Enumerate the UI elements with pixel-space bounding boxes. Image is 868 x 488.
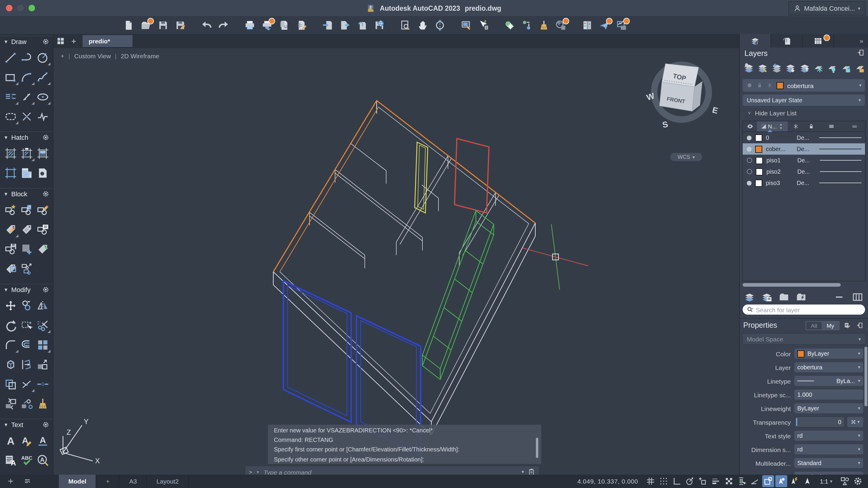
copy-tool[interactable] — [19, 298, 34, 313]
column-linetype[interactable] — [844, 123, 865, 130]
group-filter-button[interactable] — [777, 290, 788, 301]
paste-icon[interactable] — [528, 468, 535, 474]
viewport-style-control[interactable]: 2D Wireframe — [121, 52, 159, 59]
viewport-layout-icon[interactable] — [57, 37, 65, 45]
new-tab-button[interactable]: + — [68, 36, 80, 46]
property-filter-button[interactable] — [794, 290, 806, 301]
region-plus-tool[interactable] — [19, 242, 34, 256]
text-tool[interactable]: A — [3, 434, 18, 448]
command-history-caret[interactable]: ▾ — [522, 469, 524, 474]
screen-clean-button[interactable] — [459, 18, 473, 32]
revcloud-tool[interactable] — [3, 109, 18, 124]
layer-color-swatch[interactable] — [756, 157, 763, 164]
attach-button[interactable] — [355, 18, 369, 32]
layer-on-icon[interactable] — [747, 135, 751, 140]
hide-layer-list-toggle[interactable]: ˅Hide Layer List — [744, 109, 800, 117]
layer-color-swatch[interactable] — [755, 145, 762, 152]
dimension-tool[interactable] — [19, 90, 34, 104]
ellipse-tool[interactable] — [35, 90, 50, 104]
orbit-button[interactable] — [433, 18, 447, 32]
layer-color-swatch[interactable] — [756, 168, 763, 175]
column-lineweight[interactable] — [819, 123, 844, 130]
layer-off-icon[interactable] — [747, 169, 752, 174]
panel-tab-layers-info[interactable]: i — [740, 34, 771, 48]
layer-search-field[interactable]: Search for layer — [743, 305, 865, 315]
layer-unlock-button[interactable] — [853, 61, 866, 74]
palette-list-icon[interactable] — [23, 477, 32, 486]
swap-tool[interactable] — [3, 397, 18, 411]
zoom-window-button[interactable] — [399, 18, 412, 32]
ortho-mode-toggle[interactable] — [671, 475, 683, 487]
freehand-tool[interactable] — [35, 109, 50, 124]
point-tool[interactable] — [19, 109, 34, 124]
trim-tool[interactable] — [35, 318, 50, 333]
layer-walk-up-button[interactable] — [798, 61, 810, 74]
layer-lock-button[interactable] — [839, 61, 852, 74]
share-button[interactable] — [598, 18, 611, 32]
section-header[interactable]: ▼Text — [0, 419, 53, 430]
column-name[interactable]: N... — [757, 121, 788, 132]
align-tool[interactable] — [19, 397, 34, 411]
property-field-multileader-[interactable]: Standard▾ — [794, 458, 863, 468]
layer-on-icon[interactable] — [747, 147, 751, 151]
text-find-tool[interactable]: A — [35, 453, 50, 467]
doc-new-button[interactable] — [122, 18, 135, 32]
layer-state-dropdown[interactable]: Unsaved Layer State▾ — [743, 94, 865, 106]
current-layer-dropdown[interactable]: cobertura ▾ — [743, 79, 865, 92]
column-lock[interactable] — [803, 123, 819, 130]
extend-tool[interactable] — [19, 357, 34, 372]
transparency-slider[interactable]: 0 — [794, 416, 845, 428]
break-tool[interactable] — [3, 377, 18, 391]
pan-button[interactable] — [416, 18, 430, 32]
command-options-caret[interactable]: ▾ — [257, 469, 259, 474]
property-field-linetype-sc-[interactable]: 1.000 — [794, 390, 863, 400]
wcs-dropdown[interactable]: WCS▾ — [670, 153, 702, 161]
property-field-color[interactable]: ByLayer▾ — [794, 348, 863, 358]
transparency-pattern-button[interactable]: ▾ — [847, 417, 863, 427]
geolocation-button[interactable] — [503, 18, 516, 32]
layer-walk-down-button[interactable] — [784, 61, 796, 74]
join-tool[interactable] — [35, 377, 50, 391]
property-field-text-style[interactable]: rd▾ — [794, 431, 863, 441]
transparency-toggle-toggle[interactable] — [723, 475, 735, 487]
attr-edit-tool[interactable] — [3, 223, 18, 237]
filter-my-button[interactable]: My — [822, 321, 839, 329]
redo-button[interactable] — [217, 18, 230, 32]
gradient-tool[interactable] — [35, 146, 50, 161]
layer-settings-button[interactable] — [760, 290, 771, 301]
annotation-visibility-toggle[interactable] — [762, 475, 774, 487]
viewport-view-control[interactable]: Custom View — [74, 52, 111, 59]
folder-open-button[interactable] — [139, 18, 153, 32]
layer-color-swatch[interactable] — [755, 134, 762, 141]
layout-tab-model[interactable]: Model — [59, 474, 97, 488]
match-props-button[interactable] — [520, 18, 533, 32]
hatch-region-tool[interactable] — [19, 166, 34, 180]
import-button[interactable] — [321, 18, 335, 32]
arc-tool[interactable] — [19, 70, 34, 84]
add-palette-icon[interactable] — [6, 477, 16, 486]
layer-previous-button[interactable] — [770, 61, 782, 74]
export-button[interactable] — [338, 18, 352, 32]
collapse-minus-button[interactable] — [832, 290, 844, 301]
snap-mode-toggle[interactable] — [658, 475, 670, 487]
section-header[interactable]: ▼Draw — [0, 36, 53, 47]
properties-scrollbar[interactable] — [864, 347, 867, 406]
mtext-tool[interactable]: A — [3, 453, 18, 467]
layout-tab-layout2[interactable]: Layout2 — [147, 474, 189, 488]
offset-tool[interactable] — [19, 338, 34, 352]
boundary-tool[interactable] — [3, 166, 18, 180]
move-tool[interactable] — [3, 298, 18, 313]
layer-list-hscrollbar[interactable] — [743, 283, 865, 287]
property-field-layer[interactable]: cobertura▾ — [794, 362, 863, 372]
section-header[interactable]: ▼Block — [0, 188, 53, 199]
layer-off-icon[interactable] — [747, 157, 752, 163]
workspace-switching-button[interactable] — [839, 475, 851, 487]
annotation-scale-dropdown[interactable]: 1:1▾ — [816, 477, 836, 485]
viewport-plus-control[interactable]: + — [61, 52, 64, 59]
lineweight-display-toggle[interactable] — [710, 475, 722, 487]
compare-button[interactable] — [581, 18, 594, 32]
print-button[interactable] — [243, 18, 257, 32]
stretch-tool[interactable] — [19, 318, 34, 333]
layer-row-0[interactable]: 0De... — [743, 132, 865, 143]
space-selector[interactable]: Model Space▾ — [742, 333, 866, 345]
